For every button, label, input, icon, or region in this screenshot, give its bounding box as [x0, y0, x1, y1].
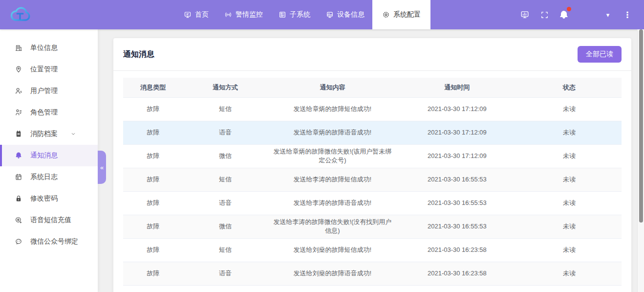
- cell-notify-content: 发送给刘燊的故障短信成功!: [268, 238, 397, 262]
- cell-notify-content: 发送给章炳的故障微信失败!(该用户暂未绑定公众号): [268, 144, 397, 168]
- cell-notify-method: 短信: [183, 97, 267, 121]
- chart-monitor-icon: [520, 10, 529, 19]
- notifications-table: 消息类型 通知方式 通知内容 通知时间 状态 故障 短信 发送给章炳的故障短信成…: [123, 78, 622, 292]
- role-icon: [15, 109, 22, 116]
- building-icon: [15, 44, 22, 52]
- log-icon: [15, 173, 22, 181]
- cell-message-type: 故障: [123, 238, 183, 262]
- table-row[interactable]: 故障 短信 发送给刘燊的故障短信成功! 2021-03-30 16:23:58 …: [123, 238, 622, 262]
- sidebar-item-users[interactable]: 用户管理: [0, 80, 98, 102]
- sidebar-item-roles[interactable]: 角色管理: [0, 102, 98, 123]
- sidebar-item-change-password[interactable]: 修改密码: [0, 188, 98, 209]
- cell-notify-time: 2021-03-30 17:12:09: [397, 97, 517, 121]
- sidebar-item-notifications[interactable]: 通知消息: [0, 145, 98, 166]
- cell-notify-time: 2021-03-30 17:12:09: [397, 121, 517, 144]
- cell-notify-time: 2021-03-30 16:55:53: [397, 191, 517, 215]
- table-row[interactable]: 故障 微信 发送给章炳的故障微信失败!(该用户暂未绑定公众号) 2021-03-…: [123, 144, 622, 168]
- cell-status: 未读: [517, 215, 622, 238]
- nav-item-system-config[interactable]: 系统配置: [372, 0, 430, 29]
- fullscreen-icon: [540, 11, 549, 19]
- column-header: 状态: [517, 78, 622, 97]
- mark-all-read-button[interactable]: 全部已读: [578, 46, 622, 63]
- cell-notify-time: 2021-03-30 16:23:58: [397, 238, 517, 262]
- column-header: 通知方式: [183, 78, 267, 97]
- notification-dot: [567, 7, 571, 11]
- cell-status: 未读: [517, 97, 622, 121]
- sidebar-item-label: 通知消息: [30, 151, 58, 160]
- sidebar-item-system-log[interactable]: 系统日志: [0, 166, 98, 188]
- chevron-down-icon: [70, 131, 76, 137]
- sidebar-item-wechat-binding[interactable]: 微信公众号绑定: [0, 231, 98, 252]
- sidebar-item-location[interactable]: 位置管理: [0, 59, 98, 80]
- nav-item-label: 设备信息: [337, 10, 365, 19]
- gear-icon: [382, 11, 390, 19]
- table-row[interactable]: 故障 语音 发送给章炳的故障语音成功! 2021-03-30 17:12:09 …: [123, 121, 622, 144]
- sidebar-item-label: 系统日志: [30, 173, 58, 181]
- cell-status: 未读: [517, 144, 622, 168]
- cell-notify-method: 语音: [183, 121, 267, 144]
- sidebar-item-label: 用户管理: [30, 87, 58, 95]
- cell-notify-time: 2021-03-30 16:55:53: [397, 215, 517, 238]
- nav-item-alarm-monitor[interactable]: 警情监控: [216, 0, 271, 29]
- page-title: 通知消息: [123, 49, 154, 60]
- cell-notify-content: 发送给李涛的故障短信成功!: [268, 168, 397, 191]
- lock-icon: [15, 195, 22, 202]
- table-row[interactable]: 故障 语音 发送给刘燊的故障语音成功! 2021-03-30 16:23:58 …: [123, 262, 622, 285]
- cell-status: 未读: [517, 191, 622, 215]
- cell-notify-time: 2021-03-30 16:55:53: [397, 168, 517, 191]
- nav-item-device-info[interactable]: 设备信息: [318, 0, 372, 29]
- sidebar-item-label: 位置管理: [30, 65, 58, 74]
- sidebar-item-fire-archive[interactable]: 消防档案: [0, 123, 98, 145]
- cell-message-type: 故障: [123, 121, 183, 144]
- cell-notify-content: 发送给章炳的故障语音成功!: [268, 121, 397, 144]
- cloud-logo-icon: [10, 5, 32, 24]
- nav-item-subsystem[interactable]: 子系统: [271, 0, 318, 29]
- column-header: 消息类型: [123, 78, 183, 97]
- cell-message-type: 故障: [123, 168, 183, 191]
- cell-message-type: 故障: [123, 144, 183, 168]
- table-row-partial: [123, 285, 622, 292]
- app-screen: 首页 警情监控 子系统: [0, 0, 644, 292]
- fullscreen-button[interactable]: [535, 0, 554, 29]
- broadcast-icon: [224, 11, 232, 19]
- cell-notify-method: 微信: [183, 144, 267, 168]
- device-icon: [326, 11, 334, 19]
- cell-message-type: 故障: [123, 191, 183, 215]
- notifications-button[interactable]: [554, 0, 574, 29]
- cell-message-type: 故障: [123, 215, 183, 238]
- main-nav-menu: 首页 警情监控 子系统: [176, 0, 430, 29]
- cell-message-type: 故障: [123, 262, 183, 285]
- cell-notify-time: 2021-03-30 17:12:09: [397, 144, 517, 168]
- nav-item-home[interactable]: 首页: [176, 0, 216, 29]
- map-pin-icon: [15, 66, 22, 73]
- cell-notify-content: 发送给李涛的故障语音成功!: [268, 191, 397, 215]
- table-row[interactable]: 故障 微信 发送给李涛的故障微信失败!(没有找到用户信息) 2021-03-30…: [123, 215, 622, 238]
- home-monitor-icon: [184, 11, 192, 19]
- nav-item-label: 警情监控: [236, 10, 263, 19]
- nav-item-label: 子系统: [290, 10, 310, 19]
- table-row[interactable]: 故障 语音 发送给李涛的故障语音成功! 2021-03-30 16:55:53 …: [123, 191, 622, 215]
- scrollbar-thumb[interactable]: [639, 29, 643, 223]
- sidebar-collapse-handle[interactable]: «: [98, 151, 106, 184]
- page-scrollbar: [637, 29, 644, 292]
- recharge-icon: [15, 216, 22, 224]
- sidebar-item-unit-info[interactable]: 单位信息: [0, 37, 98, 59]
- sidebar-item-sms-recharge[interactable]: 语音短信充值: [0, 209, 98, 231]
- cell-message-type: 故障: [123, 97, 183, 121]
- user-dropdown[interactable]: ▾: [598, 0, 618, 29]
- table-row[interactable]: 故障 短信 发送给章炳的故障短信成功! 2021-03-30 17:12:09 …: [123, 97, 622, 121]
- cell-status: 未读: [517, 262, 622, 285]
- cell-notify-content: 发送给章炳的故障短信成功!: [268, 97, 397, 121]
- sidebar-item-label: 语音短信充值: [30, 216, 71, 225]
- table-row[interactable]: 故障 短信 发送给李涛的故障短信成功! 2021-03-30 16:55:53 …: [123, 168, 622, 191]
- sidebar-item-label: 修改密码: [30, 194, 58, 203]
- table-header-row: 消息类型 通知方式 通知内容 通知时间 状态: [123, 78, 622, 97]
- cell-status: 未读: [517, 121, 622, 144]
- cell-notify-method: 微信: [183, 215, 267, 238]
- notifications-card: 通知消息 全部已读 消息类型 通知方式 通知内容 通知时间: [113, 38, 631, 292]
- top-navbar: 首页 警情监控 子系统: [0, 0, 644, 29]
- dashboard-button[interactable]: [515, 0, 535, 29]
- cell-status: 未读: [517, 168, 622, 191]
- nav-item-label: 首页: [195, 10, 209, 19]
- more-menu-button[interactable]: ⋮: [618, 0, 637, 29]
